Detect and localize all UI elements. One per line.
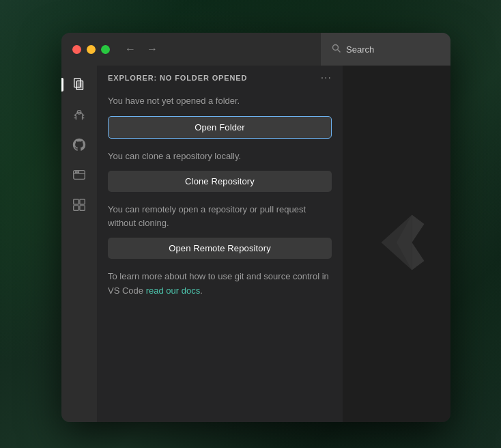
docs-link[interactable]: read our docs [146,285,201,296]
nav-back-button[interactable]: ← [121,40,140,58]
titlebar: ← → Search [61,33,450,66]
sidebar-item-extensions[interactable] [66,191,93,219]
sidebar: EXPLORER: NO FOLDER OPENED ··· You have … [97,66,343,422]
sidebar-item-debug[interactable] [66,101,93,128]
svg-rect-14 [74,199,78,204]
minimize-button[interactable] [87,45,96,54]
sidebar-header: EXPLORER: NO FOLDER OPENED ··· [97,66,343,89]
clone-repository-button[interactable]: Clone Repository [108,171,332,192]
sidebar-item-source-control[interactable] [66,131,93,158]
clone-info-text: You can clone a repository locally. [108,150,332,163]
traffic-lights [72,45,110,54]
sidebar-body: You have not yet opened a folder. Open F… [97,89,343,422]
close-button[interactable] [72,45,81,54]
editor-area [343,66,450,422]
svg-rect-15 [80,199,85,204]
docs-text-before: To learn more about how to use git and s… [108,271,329,296]
sidebar-title: EXPLORER: NO FOLDER OPENED [108,74,247,82]
svg-point-13 [78,171,79,173]
activity-bar [61,66,97,422]
no-folder-text: You have not yet opened a folder. [108,94,332,108]
app-window: ← → Search [61,33,450,422]
svg-rect-4 [77,82,82,88]
maximize-button[interactable] [101,45,110,54]
svg-line-1 [338,50,341,53]
sidebar-item-remote[interactable] [66,161,93,188]
vscode-logo [366,212,427,276]
docs-text-after: . [200,285,203,296]
nav-forward-button[interactable]: → [143,40,162,58]
remote-info-text: You can remotely open a repository or pu… [108,203,332,229]
main-content: EXPLORER: NO FOLDER OPENED ··· You have … [61,66,450,422]
svg-rect-16 [74,206,78,210]
docs-text: To learn more about how to use git and s… [108,270,332,298]
svg-rect-17 [80,206,85,210]
open-folder-button[interactable]: Open Folder [108,116,332,139]
open-remote-repository-button[interactable]: Open Remote Repository [108,238,332,259]
search-label: Search [346,44,374,55]
sidebar-item-explorer[interactable] [66,71,93,98]
search-icon [332,44,341,55]
more-options-button[interactable]: ··· [321,72,332,83]
nav-buttons: ← → [121,40,162,58]
svg-point-12 [76,171,77,173]
search-bar[interactable]: Search [321,33,450,66]
